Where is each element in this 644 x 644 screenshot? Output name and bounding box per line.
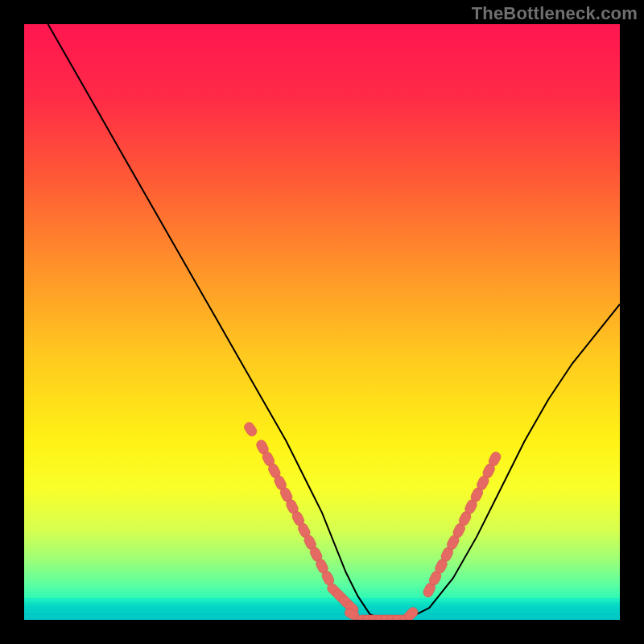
chart-svg	[24, 24, 620, 620]
svg-rect-4	[24, 609, 620, 613]
bottom-color-band	[24, 598, 620, 620]
chart-frame: TheBottleneck.com	[0, 0, 644, 644]
svg-rect-1	[24, 601, 620, 604]
svg-rect-3	[24, 606, 620, 609]
svg-rect-2	[24, 604, 620, 606]
watermark-text: TheBottleneck.com	[472, 3, 638, 24]
gradient-background	[24, 24, 620, 620]
svg-rect-5	[24, 613, 620, 620]
plot-area	[24, 24, 620, 620]
svg-rect-0	[24, 598, 620, 601]
